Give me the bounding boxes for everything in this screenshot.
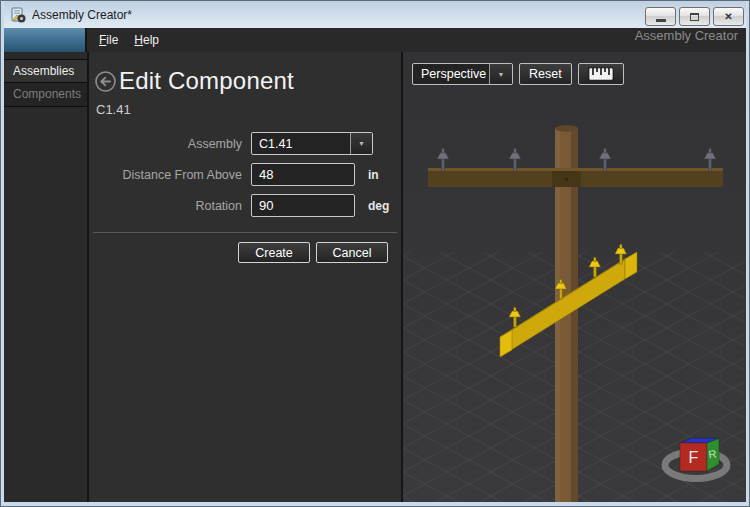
form-divider [93,232,397,233]
sidebar-tab-components[interactable]: Components [4,83,87,107]
chevron-down-icon: ▼ [350,133,372,154]
scene-canvas: F R [403,52,746,502]
maximize-icon [690,13,699,21]
rotation-label: Rotation [89,199,251,213]
chevron-down-icon: ▼ [489,64,512,84]
assembly-row: Assembly C1.41 ▼ [89,132,401,155]
component-id-label: C1.41 [89,95,401,117]
close-icon: ✕ [724,12,732,22]
rotation-input[interactable] [251,194,355,217]
sidebar-tab-assemblies[interactable]: Assemblies [4,59,87,83]
pin-icon [509,149,521,172]
heading-row: Edit Component [89,52,401,95]
cube-front-label: F [689,449,699,466]
maximize-button[interactable] [679,7,710,26]
cube-right-label: R [708,448,718,461]
app-window: Assembly Creator* ✕ File Help Assembly C… [0,0,750,507]
assembly-select[interactable]: C1.41 ▼ [251,132,373,155]
window-body: Assemblies Components Edit Component C1.… [4,52,746,502]
sidebar: Assemblies Components [4,52,87,502]
viewport-3d[interactable]: F R Perspective ▼ Reset [403,52,746,502]
window-controls: ✕ [645,7,744,26]
minimize-button[interactable] [645,7,676,26]
menu-items: File Help [87,28,159,52]
cancel-button[interactable]: Cancel [316,242,388,263]
page-title: Edit Component [119,67,294,95]
pin-icon [704,149,716,172]
close-button[interactable]: ✕ [713,7,744,26]
menubar: File Help Assembly Creator [4,28,746,52]
reset-view-button[interactable]: Reset [519,63,572,85]
window-title: Assembly Creator* [32,8,132,22]
viewport-toolbar: Perspective ▼ Reset [412,63,624,85]
camera-mode-select[interactable]: Perspective ▼ [412,63,513,85]
pin-icon [599,149,611,172]
menu-help[interactable]: Help [134,33,159,47]
app-title-label: Assembly Creator [635,28,746,52]
ruler-icon [588,67,614,81]
distance-row: Distance From Above in [89,163,401,186]
camera-mode-value: Perspective [413,64,489,84]
assembly-label: Assembly [89,137,251,151]
minimize-icon [656,19,666,22]
measure-button[interactable] [578,63,624,85]
edit-component-panel: Edit Component C1.41 Assembly C1.41 ▼ Di… [89,52,401,502]
pin-icon [437,149,449,172]
distance-input[interactable] [251,163,355,186]
assembly-select-value: C1.41 [252,133,350,154]
top-crossarm [428,168,723,187]
back-arrow-icon[interactable] [94,70,117,93]
rotation-row: Rotation deg [89,194,401,217]
menu-file[interactable]: File [99,33,118,47]
titlebar: Assembly Creator* ✕ [4,1,746,28]
distance-unit-label: in [368,168,379,182]
distance-label: Distance From Above [89,168,251,182]
app-icon [10,7,26,23]
button-row: Create Cancel [89,242,388,263]
form-rows: Assembly C1.41 ▼ Distance From Above in … [89,132,401,217]
create-button[interactable]: Create [238,242,310,263]
sidebar-header-block [4,28,87,52]
rotation-unit-label: deg [368,199,389,213]
